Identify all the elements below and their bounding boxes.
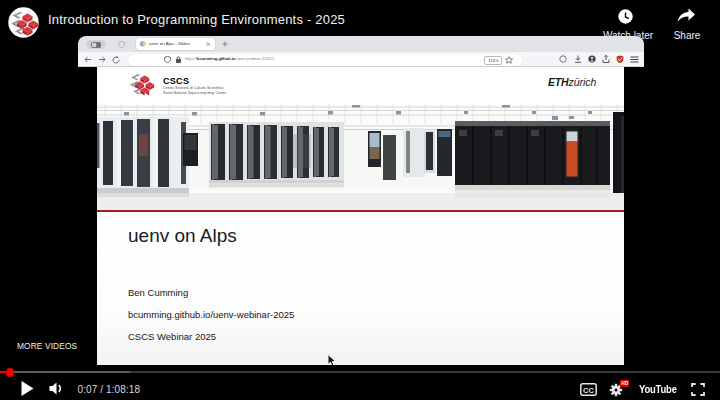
svg-text:CC: CC	[583, 385, 594, 394]
svg-text:HD: HD	[621, 381, 628, 386]
